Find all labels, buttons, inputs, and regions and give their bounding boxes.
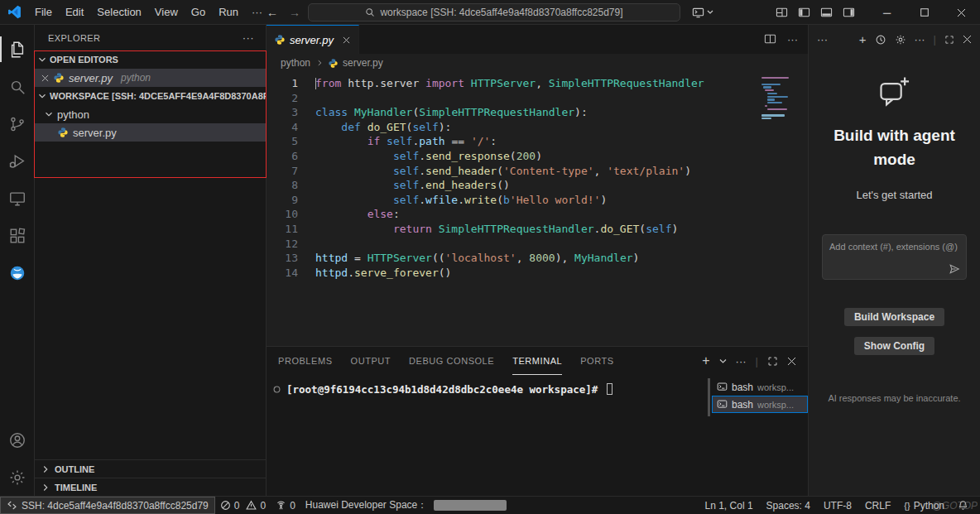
terminal-scrollbar[interactable]: [705, 375, 712, 496]
panel-tab-terminal[interactable]: TERMINAL: [512, 347, 562, 375]
code-line[interactable]: 3class MyHandler(SimpleHTTPRequestHandle…: [267, 105, 808, 120]
command-center[interactable]: workspace [SSH: 4dce5aff4e9a4f8d8370a8ff…: [308, 3, 680, 22]
editor-more-actions-icon[interactable]: ···: [787, 33, 798, 46]
chat-overflow-icon[interactable]: ···: [817, 33, 828, 46]
menu-file[interactable]: File: [28, 6, 59, 18]
chat-more-actions-icon[interactable]: ···: [915, 33, 925, 46]
language-label: Python: [914, 500, 944, 512]
activitybar-huawei-cloud[interactable]: [0, 254, 34, 291]
code-line[interactable]: 9 self.wfile.write(b'Hello world!'): [267, 193, 808, 208]
timeline-section-header[interactable]: TIMELINE: [35, 478, 266, 496]
panel-tab-ports[interactable]: PORTS: [580, 347, 613, 375]
close-chat-icon[interactable]: [963, 35, 972, 44]
menu-run[interactable]: Run: [212, 6, 245, 18]
activitybar-remote-explorer[interactable]: [0, 180, 34, 217]
split-editor-icon[interactable]: [764, 33, 776, 46]
code-line[interactable]: 14httpd.serve_forever(): [267, 266, 808, 281]
problems-status[interactable]: 0 0: [215, 497, 271, 514]
close-panel-icon[interactable]: [787, 357, 796, 366]
tree-folder-python[interactable]: python: [35, 105, 266, 123]
activitybar-run-debug[interactable]: [0, 142, 34, 180]
code-lines: 1from http.server import HTTPServer, Sim…: [267, 72, 808, 280]
maximize-button[interactable]: [906, 0, 943, 25]
toggle-sidebar-icon[interactable]: [798, 7, 810, 19]
outline-section-header[interactable]: OUTLINE: [35, 459, 266, 478]
forward-icon[interactable]: →: [289, 6, 300, 19]
minimap[interactable]: [761, 77, 796, 121]
open-editor-item[interactable]: server.py python: [35, 69, 266, 87]
outline-label: OUTLINE: [55, 464, 94, 474]
menu-selection[interactable]: Selection: [90, 6, 147, 18]
gear-icon[interactable]: [895, 34, 906, 46]
expand-chat-icon[interactable]: [944, 35, 954, 45]
eol-sequence[interactable]: CRLF: [859, 497, 896, 514]
close-window-button[interactable]: [943, 0, 980, 25]
panel-tab-problems[interactable]: PROBLEMS: [278, 347, 333, 375]
panel-tab-debug-console[interactable]: DEBUG CONSOLE: [409, 347, 494, 375]
customize-layout-icon[interactable]: [776, 7, 788, 19]
bell-icon[interactable]: [958, 500, 968, 511]
code-line[interactable]: 11 return SimpleHTTPRequestHandler.do_GE…: [267, 222, 808, 237]
close-icon[interactable]: [41, 74, 49, 82]
new-chat-icon[interactable]: +: [859, 32, 867, 46]
python-file-icon: [58, 127, 68, 137]
send-icon[interactable]: [949, 263, 960, 275]
activitybar-settings[interactable]: [0, 459, 34, 496]
back-icon[interactable]: ←: [267, 6, 278, 19]
toggle-secondary-sidebar-icon[interactable]: [843, 7, 855, 19]
activitybar-source-control[interactable]: [0, 105, 34, 142]
minimize-button[interactable]: ─: [868, 0, 906, 25]
terminal-content[interactable]: [root@9f6194cc13c94b1d8d42d8dbc2c0ee4e w…: [267, 375, 705, 496]
maximize-panel-icon[interactable]: [767, 356, 778, 367]
explorer-more-actions-icon[interactable]: ···: [243, 31, 254, 44]
encoding[interactable]: UTF-8: [818, 497, 858, 514]
show-config-button[interactable]: Show Config: [854, 337, 934, 355]
code-line[interactable]: 12: [267, 237, 808, 252]
menu-overflow[interactable]: ···: [245, 6, 269, 18]
huawei-devspace-status[interactable]: Huawei Developer Space：: [300, 497, 512, 514]
menu-go[interactable]: Go: [185, 6, 212, 18]
activitybar-extensions[interactable]: [0, 217, 34, 254]
debug-icon: [8, 152, 26, 171]
workspace-section-header[interactable]: WORKSPACE [SSH: 4DCE5AFF4E9A4F8D8370A8FF…: [35, 87, 266, 105]
code-editor[interactable]: 1from http.server import HTTPServer, Sim…: [267, 72, 808, 346]
launch-profile-control[interactable]: [692, 0, 713, 25]
language-mode[interactable]: {} Python: [898, 497, 950, 514]
terminal-cursor: [607, 383, 612, 395]
cursor-position[interactable]: Ln 1, Col 1: [699, 497, 759, 514]
close-icon[interactable]: [343, 36, 350, 44]
code-line[interactable]: 4 def do_GET(self):: [267, 120, 808, 135]
tree-file-serverpy[interactable]: server.py: [35, 123, 266, 142]
breadcrumb-folder[interactable]: python: [281, 57, 310, 69]
toggle-panel-icon[interactable]: [820, 7, 833, 19]
remote-indicator[interactable]: SSH: 4dce5aff4e9a4f8d8370a8ffcc825d79: [0, 497, 215, 514]
editor-tab-serverpy[interactable]: server.py: [267, 25, 359, 54]
terminal-list-item[interactable]: bash worksp...: [712, 396, 808, 413]
open-editors-section-header[interactable]: OPEN EDITORS: [35, 50, 266, 69]
code-line[interactable]: 13httpd = HTTPServer(('localhost', 8000)…: [267, 251, 808, 266]
code-line[interactable]: 6 self.send_response(200): [267, 149, 808, 164]
build-workspace-button[interactable]: Build Workspace: [844, 308, 944, 326]
code-line[interactable]: 2: [267, 91, 808, 106]
chevron-down-icon[interactable]: [719, 358, 727, 364]
activitybar-account[interactable]: [0, 421, 34, 459]
code-line[interactable]: 7 self.send_header('Content-type', 'text…: [267, 164, 808, 179]
breadcrumb-file[interactable]: server.py: [343, 57, 383, 69]
history-icon[interactable]: [875, 34, 886, 46]
braces-icon: {}: [904, 501, 910, 511]
menu-edit[interactable]: Edit: [59, 6, 90, 18]
code-line[interactable]: 1from http.server import HTTPServer, Sim…: [267, 76, 808, 91]
code-line[interactable]: 8 self.end_headers(): [267, 178, 808, 193]
code-line[interactable]: 5 if self.path == '/':: [267, 134, 808, 149]
indentation[interactable]: Spaces: 4: [761, 497, 816, 514]
menu-view[interactable]: View: [148, 6, 185, 18]
activitybar-search[interactable]: [0, 68, 34, 105]
terminal-list-item[interactable]: bash worksp...: [712, 378, 808, 396]
panel-more-actions-icon[interactable]: ···: [736, 355, 747, 367]
activitybar-explorer[interactable]: [0, 31, 34, 68]
ports-status[interactable]: 0: [271, 497, 300, 514]
chat-input[interactable]: Add context (#), extensions (@): [822, 234, 967, 280]
new-terminal-icon[interactable]: +: [702, 353, 709, 368]
panel-tab-output[interactable]: OUTPUT: [351, 347, 392, 375]
code-line[interactable]: 10 else:: [267, 207, 808, 222]
